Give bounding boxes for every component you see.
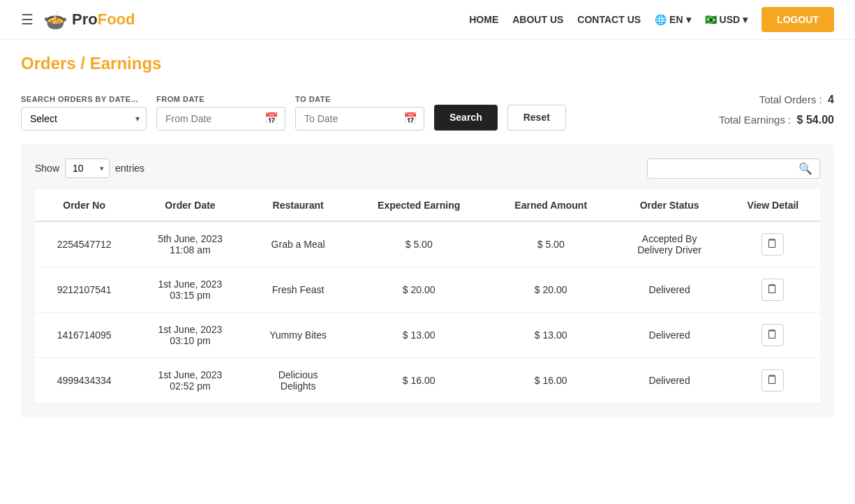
cell-order-no: 9212107541 bbox=[35, 267, 133, 312]
filter-row: SEARCH ORDERS BY DATE... Select ▾ FROM D… bbox=[21, 90, 834, 131]
search-orders-filter: SEARCH ORDERS BY DATE... Select ▾ bbox=[21, 95, 147, 131]
search-button[interactable]: Search bbox=[434, 105, 498, 131]
cell-view-detail: 🗒 bbox=[726, 312, 820, 357]
view-detail-icon[interactable]: 🗒 bbox=[761, 324, 784, 346]
cell-view-detail: 🗒 bbox=[726, 357, 820, 403]
view-detail-icon[interactable]: 🗒 bbox=[761, 279, 784, 301]
currency-flag-icon: 🇧🇷 bbox=[705, 14, 717, 25]
cell-order-no: 2254547712 bbox=[35, 221, 133, 267]
navbar: ☰ 🍲 ProFood HOME ABOUT US CONTACT US 🌐 E… bbox=[0, 0, 855, 40]
col-view-detail: View Detail bbox=[726, 190, 820, 221]
language-selector[interactable]: 🌐 EN ▾ bbox=[655, 14, 690, 25]
cell-view-detail: 🗒 bbox=[726, 267, 820, 312]
from-date-wrap: 📅 bbox=[156, 107, 285, 131]
cell-restaurant: Delicious Delights bbox=[247, 357, 350, 403]
table-row: 49994343341st June, 2023 02:52 pmDelicio… bbox=[35, 357, 820, 403]
show-label: Show bbox=[35, 163, 59, 174]
col-restaurant: Restaurant bbox=[247, 190, 350, 221]
cell-order-status: Delivered bbox=[613, 267, 725, 312]
cell-order-date: 1st June, 2023 03:15 pm bbox=[133, 267, 247, 312]
table-row: 14167140951st June, 2023 03:10 pmYummy B… bbox=[35, 312, 820, 357]
cell-order-status: Delivered bbox=[613, 357, 725, 403]
search-orders-select[interactable]: Select bbox=[21, 107, 147, 131]
from-date-calendar-icon[interactable]: 📅 bbox=[265, 112, 278, 125]
entries-select[interactable]: 10 25 50 100 bbox=[65, 158, 110, 178]
cell-order-date: 5th June, 2023 11:08 am bbox=[133, 221, 247, 267]
total-orders-value: 4 bbox=[828, 94, 834, 105]
col-earned-amount: Earned Amount bbox=[489, 190, 614, 221]
cell-restaurant: Yummy Bites bbox=[247, 312, 350, 357]
nav-contact[interactable]: CONTACT US bbox=[577, 14, 641, 25]
hamburger-icon[interactable]: ☰ bbox=[21, 11, 34, 28]
cell-view-detail: 🗒 bbox=[726, 221, 820, 267]
table-body: 22545477125th June, 2023 11:08 amGrab a … bbox=[35, 221, 820, 403]
from-date-filter: FROM DATE 📅 bbox=[156, 95, 285, 131]
table-section: Show 10 25 50 100 ▾ entries 🔍 bbox=[21, 144, 834, 417]
to-date-wrap: 📅 bbox=[295, 107, 424, 131]
col-order-date: Order Date bbox=[133, 190, 247, 221]
total-orders-label: Total Orders : bbox=[759, 94, 822, 105]
logo-text: ProFood bbox=[72, 10, 135, 29]
logo-icon: 🍲 bbox=[43, 8, 68, 31]
cell-order-date: 1st June, 2023 03:10 pm bbox=[133, 312, 247, 357]
nav-links: HOME ABOUT US CONTACT US 🌐 EN ▾ 🇧🇷 USD ▾… bbox=[469, 7, 834, 32]
entries-select-wrap: 10 25 50 100 ▾ bbox=[65, 158, 110, 178]
table-search-wrap: 🔍 bbox=[647, 158, 820, 179]
cell-restaurant: Fresh Feast bbox=[247, 267, 350, 312]
col-order-status: Order Status bbox=[613, 190, 725, 221]
total-earnings-value: $ 54.00 bbox=[797, 114, 834, 126]
cell-expected-earning: $ 16.00 bbox=[349, 357, 489, 403]
orders-table: Order No Order Date Restaurant Expected … bbox=[35, 190, 820, 403]
col-expected-earning: Expected Earning bbox=[349, 190, 489, 221]
cell-expected-earning: $ 5.00 bbox=[349, 221, 489, 267]
col-order-no: Order No bbox=[35, 190, 133, 221]
cell-order-status: Delivered bbox=[613, 312, 725, 357]
total-orders-line: Total Orders : 4 bbox=[719, 90, 834, 110]
currency-chevron-icon: ▾ bbox=[743, 14, 748, 25]
search-orders-label: SEARCH ORDERS BY DATE... bbox=[21, 95, 147, 103]
to-date-filter: TO DATE 📅 bbox=[295, 95, 424, 131]
table-search-icon[interactable]: 🔍 bbox=[798, 162, 812, 175]
search-orders-select-wrap: Select ▾ bbox=[21, 107, 147, 131]
cell-earned-amount: $ 13.00 bbox=[489, 312, 614, 357]
lang-label: EN bbox=[669, 14, 683, 25]
table-row: 22545477125th June, 2023 11:08 amGrab a … bbox=[35, 221, 820, 267]
logo: 🍲 ProFood bbox=[43, 8, 135, 31]
cell-order-no: 4999434334 bbox=[35, 357, 133, 403]
logout-button[interactable]: LOGOUT bbox=[761, 7, 834, 32]
to-date-calendar-icon[interactable]: 📅 bbox=[403, 112, 417, 125]
page-title: Orders / Earnings bbox=[21, 54, 834, 73]
cell-restaurant: Grab a Meal bbox=[247, 221, 350, 267]
total-earnings-line: Total Earnings : $ 54.00 bbox=[719, 110, 834, 131]
reset-button[interactable]: Reset bbox=[507, 105, 566, 131]
globe-icon: 🌐 bbox=[655, 14, 667, 25]
totals-block: Total Orders : 4 Total Earnings : $ 54.0… bbox=[719, 90, 834, 131]
view-detail-icon[interactable]: 🗒 bbox=[761, 233, 784, 255]
cell-expected-earning: $ 13.00 bbox=[349, 312, 489, 357]
show-entries: Show 10 25 50 100 ▾ entries bbox=[35, 158, 144, 178]
currency-label: USD bbox=[720, 14, 741, 25]
table-row: 92121075411st June, 2023 03:15 pmFresh F… bbox=[35, 267, 820, 312]
cell-expected-earning: $ 20.00 bbox=[349, 267, 489, 312]
cell-earned-amount: $ 20.00 bbox=[489, 267, 614, 312]
lang-chevron-icon: ▾ bbox=[686, 14, 691, 25]
table-controls: Show 10 25 50 100 ▾ entries 🔍 bbox=[35, 158, 820, 179]
cell-order-no: 1416714095 bbox=[35, 312, 133, 357]
table-search-input[interactable] bbox=[655, 163, 794, 174]
to-date-label: TO DATE bbox=[295, 95, 424, 103]
cell-earned-amount: $ 5.00 bbox=[489, 221, 614, 267]
entries-label: entries bbox=[115, 163, 144, 174]
currency-selector[interactable]: 🇧🇷 USD ▾ bbox=[705, 14, 748, 25]
from-date-label: FROM DATE bbox=[156, 95, 285, 103]
page-content: Orders / Earnings SEARCH ORDERS BY DATE.… bbox=[0, 40, 855, 431]
nav-about[interactable]: ABOUT US bbox=[512, 14, 563, 25]
total-earnings-label: Total Earnings : bbox=[719, 114, 791, 126]
table-header: Order No Order Date Restaurant Expected … bbox=[35, 190, 820, 221]
nav-home[interactable]: HOME bbox=[469, 14, 498, 25]
view-detail-icon[interactable]: 🗒 bbox=[761, 369, 784, 392]
cell-earned-amount: $ 16.00 bbox=[489, 357, 614, 403]
cell-order-date: 1st June, 2023 02:52 pm bbox=[133, 357, 247, 403]
cell-order-status: Accepted By Delivery Driver bbox=[613, 221, 725, 267]
